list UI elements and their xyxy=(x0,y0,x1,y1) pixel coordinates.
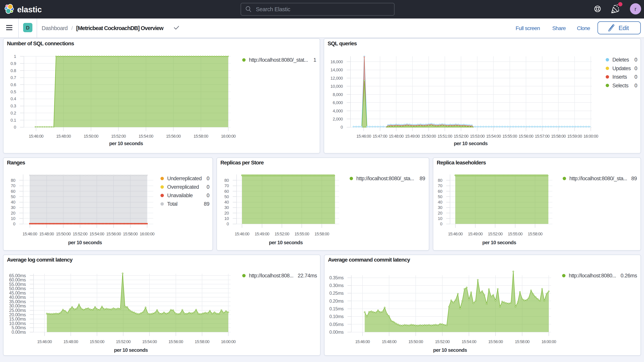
svg-text:0: 0 xyxy=(226,222,229,226)
svg-text:15:48:00: 15:48:00 xyxy=(389,134,404,138)
svg-text:16:00:00: 16:00:00 xyxy=(542,340,556,344)
svg-text:0: 0 xyxy=(340,125,343,130)
svg-text:65.00ms: 65.00ms xyxy=(9,273,26,278)
svg-text:40: 40 xyxy=(11,200,16,204)
svg-text:35.00ms: 35.00ms xyxy=(9,299,26,304)
svg-text:http://localhost:8080/_stat...: http://localhost:8080/_stat... xyxy=(249,57,308,63)
svg-text:10: 10 xyxy=(11,216,16,221)
svg-text:SQL queries: SQL queries xyxy=(328,40,357,46)
svg-text:70: 70 xyxy=(224,183,229,188)
svg-text:16:00:00: 16:00:00 xyxy=(221,340,236,344)
svg-text:15:50:00: 15:50:00 xyxy=(56,232,71,236)
svg-text:15:52:00: 15:52:00 xyxy=(73,232,88,236)
svg-text:per 10 seconds: per 10 seconds xyxy=(68,240,102,246)
svg-text:15:51:00: 15:51:00 xyxy=(438,134,452,138)
svg-text:15:58:00: 15:58:00 xyxy=(195,340,210,344)
svg-text:Number of SQL connections: Number of SQL connections xyxy=(7,40,74,46)
svg-text:0: 0 xyxy=(13,222,16,226)
svg-text:89: 89 xyxy=(204,201,210,207)
svg-text:0: 0 xyxy=(634,83,637,88)
svg-text:15:46:00: 15:46:00 xyxy=(22,232,38,236)
svg-text:15:58:00: 15:58:00 xyxy=(551,134,566,138)
svg-text:0.26ms: 0.26ms xyxy=(620,273,637,278)
svg-text:Updates: Updates xyxy=(612,66,631,71)
svg-text:15:52:00: 15:52:00 xyxy=(435,340,450,344)
svg-text:15:46:00: 15:46:00 xyxy=(235,232,250,236)
svg-text:0.6: 0.6 xyxy=(10,82,16,87)
svg-text:15:50:00: 15:50:00 xyxy=(90,340,104,344)
svg-text:15:58:00: 15:58:00 xyxy=(314,232,329,236)
svg-text:80: 80 xyxy=(438,178,442,183)
svg-text:0.1: 0.1 xyxy=(10,118,16,122)
svg-text:4,000: 4,000 xyxy=(332,108,343,113)
svg-text:0: 0 xyxy=(634,66,637,71)
svg-text:0: 0 xyxy=(440,222,442,226)
svg-text:70: 70 xyxy=(11,183,16,188)
svg-text:Edit: Edit xyxy=(618,24,629,32)
svg-text:15:46:00: 15:46:00 xyxy=(37,340,52,344)
svg-text:80: 80 xyxy=(224,178,229,183)
svg-text:r: r xyxy=(634,6,636,12)
svg-text:0.15ms: 0.15ms xyxy=(329,306,344,311)
svg-text:http://localhost:8080/_sta...: http://localhost:8080/_sta... xyxy=(570,176,627,182)
svg-text:15:58:00: 15:58:00 xyxy=(515,340,530,344)
svg-text:16:00:00: 16:00:00 xyxy=(140,232,155,236)
svg-text:Clone: Clone xyxy=(577,25,590,31)
svg-text:15:46:00: 15:46:00 xyxy=(448,232,463,236)
svg-text:15:46:00: 15:46:00 xyxy=(356,134,371,138)
svg-text:60: 60 xyxy=(438,189,442,194)
svg-text:22.74ms: 22.74ms xyxy=(298,273,317,278)
svg-text:15:58:00: 15:58:00 xyxy=(194,134,208,138)
svg-text:10,000: 10,000 xyxy=(330,84,343,89)
svg-text:15:52:00: 15:52:00 xyxy=(274,232,290,236)
svg-text:0: 0 xyxy=(206,192,210,198)
svg-text:10: 10 xyxy=(438,216,442,221)
svg-text:40: 40 xyxy=(438,200,442,204)
svg-text:50: 50 xyxy=(224,194,229,199)
svg-text:http://localhost:8080/_sta...: http://localhost:8080/_sta... xyxy=(356,176,414,182)
svg-text:D: D xyxy=(26,25,30,31)
svg-text:15:59:00: 15:59:00 xyxy=(567,134,582,138)
svg-text:15:49:00: 15:49:00 xyxy=(255,232,270,236)
svg-text:55.00ms: 55.00ms xyxy=(9,282,26,287)
svg-text:60: 60 xyxy=(11,189,16,194)
svg-text:12,000: 12,000 xyxy=(330,76,343,80)
svg-text:16:00:00: 16:00:00 xyxy=(221,134,236,138)
svg-text:per 10 seconds: per 10 seconds xyxy=(433,347,467,353)
svg-text:per 10 seconds: per 10 seconds xyxy=(109,140,143,146)
svg-text:16,000: 16,000 xyxy=(330,59,343,64)
svg-text:Search Elastic: Search Elastic xyxy=(256,6,290,12)
svg-text:30: 30 xyxy=(438,205,442,210)
svg-text:15:53:00: 15:53:00 xyxy=(470,134,485,138)
svg-text:15:48:00: 15:48:00 xyxy=(64,340,78,344)
svg-text:0.00ms: 0.00ms xyxy=(329,330,344,335)
svg-text:14,000: 14,000 xyxy=(330,68,343,72)
svg-text:0.8: 0.8 xyxy=(10,68,16,73)
svg-text:30: 30 xyxy=(11,205,16,210)
svg-text:15:55:00: 15:55:00 xyxy=(502,134,517,138)
svg-text:0.7: 0.7 xyxy=(10,75,16,80)
svg-text:0.4: 0.4 xyxy=(10,96,16,101)
svg-text:Selects: Selects xyxy=(612,83,628,88)
svg-text:Dashboard: Dashboard xyxy=(42,25,68,31)
svg-text:0: 0 xyxy=(14,125,16,130)
svg-text:http://localhost:808...: http://localhost:808... xyxy=(249,273,294,278)
svg-text:15:50:00: 15:50:00 xyxy=(84,134,98,138)
svg-text:Average log commit latency: Average log commit latency xyxy=(7,257,73,263)
svg-text:8,000: 8,000 xyxy=(332,92,343,97)
svg-text:Deletes: Deletes xyxy=(612,57,629,63)
svg-text:Underreplicated: Underreplicated xyxy=(167,176,202,182)
svg-text:0.2: 0.2 xyxy=(10,111,16,116)
svg-text:15:56:00: 15:56:00 xyxy=(488,340,503,344)
svg-text:0.00ms: 0.00ms xyxy=(12,330,26,335)
svg-text:15:46:00: 15:46:00 xyxy=(29,134,44,138)
svg-text:15:49:00: 15:49:00 xyxy=(468,232,483,236)
svg-text:Ranges: Ranges xyxy=(7,160,25,166)
svg-text:per 10 seconds: per 10 seconds xyxy=(482,240,516,246)
svg-text:20: 20 xyxy=(438,211,442,216)
svg-text:1: 1 xyxy=(313,57,316,63)
svg-text:/: / xyxy=(71,25,73,31)
svg-text:Total: Total xyxy=(167,201,178,207)
svg-text:16:00:00: 16:00:00 xyxy=(584,134,598,138)
svg-text:60.00ms: 60.00ms xyxy=(9,278,26,282)
